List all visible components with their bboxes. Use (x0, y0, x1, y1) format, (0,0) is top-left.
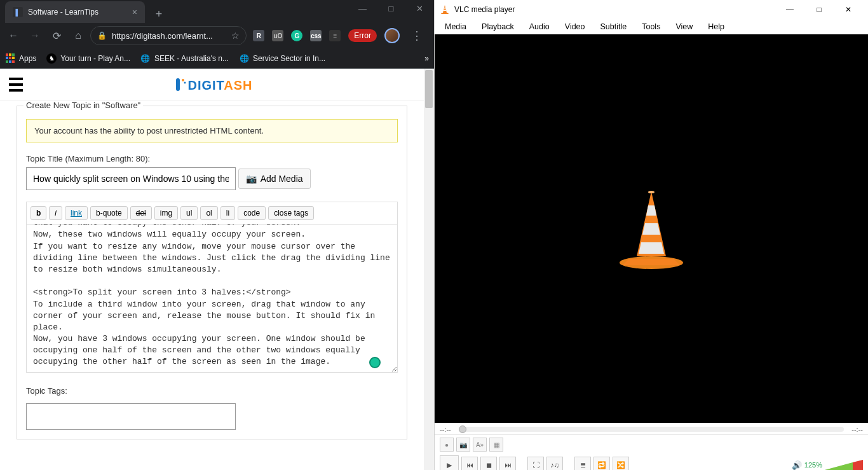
bookmark-star-icon[interactable]: ☆ (231, 31, 240, 41)
qt-img[interactable]: img (154, 206, 178, 220)
frame-step-button[interactable]: ▦ (489, 438, 503, 452)
qt-bquote[interactable]: b-quote (90, 206, 128, 220)
menu-tools[interactable]: Tools (634, 20, 668, 33)
qt-li[interactable]: li (220, 206, 235, 220)
qt-ul[interactable]: ul (180, 206, 198, 220)
chrome-window-controls: — □ ✕ (348, 0, 434, 18)
menu-subtitle[interactable]: Subtitle (593, 20, 635, 33)
webpage: DIGITASH Create New Topic in "Software" … (0, 69, 424, 470)
shuffle-button[interactable]: 🔀 (613, 457, 629, 470)
menu-view[interactable]: View (668, 20, 700, 33)
profile-avatar[interactable] (384, 28, 400, 43)
close-window-button[interactable]: ✕ (405, 0, 434, 18)
reload-button[interactable]: ⟳ (47, 26, 66, 45)
previous-button[interactable]: ⏮ (461, 457, 478, 470)
bookmarks-overflow[interactable]: » (424, 54, 429, 63)
extended-settings-button[interactable]: ♪♫ (546, 457, 563, 470)
qt-bold[interactable]: b (31, 206, 46, 220)
menu-playback[interactable]: Playback (474, 20, 522, 33)
form-fieldset: Create New Topic in "Software" Your acco… (17, 106, 407, 439)
minimize-button[interactable]: — (348, 0, 377, 18)
record-button[interactable]: ● (440, 438, 454, 452)
error-badge[interactable]: Error (348, 29, 377, 42)
next-button[interactable]: ⏭ (499, 457, 516, 470)
vlc-titlebar: VLC media player — □ ✕ (435, 0, 868, 19)
svg-marker-10 (646, 205, 656, 216)
extension-icons: R uO G css ≡ Error ⋮ (249, 26, 430, 45)
grammarly-icon[interactable]: G (291, 30, 302, 41)
atob-loop-button[interactable]: A» (473, 438, 487, 452)
qt-link[interactable]: link (65, 206, 88, 220)
vlc-main-buttons: ▶ ⏮ ◼ ⏭ ⛶ ♪♫ ≣ 🔁 🔀 🔊 125% (435, 454, 868, 470)
tab-title: Software - LearnTips (28, 8, 98, 17)
svg-point-1 (182, 79, 184, 81)
snapshot-button[interactable]: 📷 (456, 438, 470, 452)
browser-tab[interactable]: ▌ Software - LearnTips × (5, 1, 145, 23)
play-button[interactable]: ▶ (440, 455, 459, 470)
svg-marker-15 (825, 462, 853, 470)
forward-button[interactable]: → (25, 26, 44, 45)
svg-marker-16 (853, 460, 863, 470)
site-icon: ♞ (46, 53, 57, 64)
content-editor[interactable] (26, 224, 398, 373)
site-logo[interactable]: DIGITASH (171, 76, 252, 93)
close-window-button[interactable]: ✕ (834, 0, 863, 19)
quicktags-toolbar: b i link b-quote del img ul ol li code c… (26, 202, 398, 224)
topic-title-input[interactable] (26, 167, 236, 190)
bookmark-item[interactable]: 🌐SEEK - Australia's n... (140, 53, 229, 64)
qt-italic[interactable]: i (49, 206, 62, 220)
close-tab-icon[interactable]: × (132, 7, 137, 17)
address-bar[interactable]: 🔒 https://digitash.com/learnt... ☆ (90, 26, 247, 45)
menu-media[interactable]: Media (437, 20, 474, 33)
vlc-app-icon (440, 4, 450, 15)
svg-marker-11 (642, 223, 660, 235)
apps-icon (5, 53, 15, 64)
bookmark-item[interactable]: ♞Your turn - Play An... (46, 53, 130, 64)
vlc-extra-buttons: ● 📷 A» ▦ (435, 435, 868, 454)
playlist-button[interactable]: ≣ (574, 457, 591, 470)
chrome-menu-icon[interactable]: ⋮ (407, 26, 426, 45)
stop-button[interactable]: ◼ (480, 457, 497, 470)
bookmark-item[interactable]: 🌐Service Sector in In... (239, 53, 325, 64)
menu-audio[interactable]: Audio (522, 20, 557, 33)
tab-strip: ▌ Software - LearnTips × + — □ ✕ (0, 0, 434, 23)
loop-button[interactable]: 🔁 (593, 457, 610, 470)
svg-rect-4 (444, 8, 446, 9)
new-tab-button[interactable]: + (150, 5, 168, 23)
vlc-cone-icon (616, 188, 686, 270)
volume-slider[interactable] (825, 459, 863, 470)
add-media-button[interactable]: 📷 Add Media (238, 169, 311, 189)
menu-video[interactable]: Video (557, 20, 593, 33)
apps-button[interactable]: Apps (5, 53, 36, 64)
page-viewport: DIGITASH Create New Topic in "Software" … (0, 69, 434, 470)
maximize-button[interactable]: □ (377, 0, 405, 18)
menu-help[interactable]: Help (700, 20, 732, 33)
lock-icon: 🔒 (97, 31, 107, 40)
vlc-controls: ● 📷 A» ▦ ▶ ⏮ ◼ ⏭ ⛶ ♪♫ ≣ 🔁 🔀 🔊 125% (435, 434, 868, 470)
qt-ol[interactable]: ol (200, 206, 217, 220)
extension-icon[interactable]: uO (272, 30, 283, 41)
home-button[interactable]: ⌂ (69, 26, 88, 45)
extension-icon[interactable]: R (253, 30, 264, 41)
page-scrollbar[interactable] (424, 69, 434, 470)
scroll-thumb[interactable] (425, 70, 433, 108)
vlc-menubar: Media Playback Audio Video Subtitle Tool… (435, 19, 868, 34)
qt-close[interactable]: close tags (268, 206, 314, 220)
minimize-button[interactable]: — (775, 0, 804, 19)
qt-del[interactable]: del (130, 206, 152, 220)
vlc-window-controls: — □ ✕ (775, 0, 863, 19)
seek-slider[interactable] (459, 427, 844, 432)
extension-icon[interactable]: css (310, 30, 322, 41)
maximize-button[interactable]: □ (804, 0, 834, 19)
fullscreen-button[interactable]: ⛶ (527, 457, 544, 470)
grammarly-badge-icon[interactable] (369, 357, 381, 368)
svg-rect-0 (176, 78, 180, 91)
svg-marker-12 (639, 242, 664, 254)
topic-tags-input[interactable] (26, 403, 236, 430)
extension-icon[interactable]: ≡ (329, 30, 341, 41)
back-button[interactable]: ← (4, 26, 23, 45)
menu-hamburger-icon[interactable] (9, 75, 28, 94)
mute-icon[interactable]: 🔊 (792, 460, 802, 470)
qt-code[interactable]: code (238, 206, 266, 220)
video-area[interactable] (435, 34, 868, 423)
